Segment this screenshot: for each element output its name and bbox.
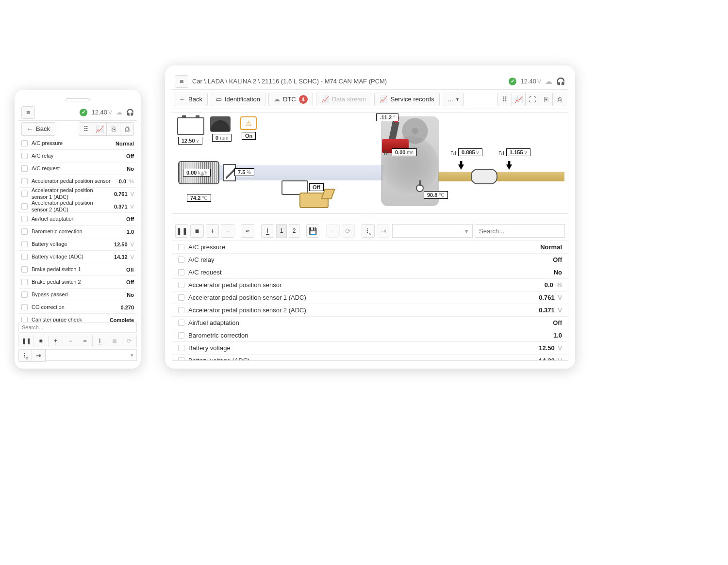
row-checkbox[interactable]	[21, 254, 28, 260]
save-button[interactable]: 💾	[306, 224, 319, 238]
param-row[interactable]: Accelerator pedal position sensor0.0 %	[18, 175, 137, 188]
param-row[interactable]: A/C relayOff	[172, 254, 568, 266]
tab-identification[interactable]: ▭ Identification	[211, 93, 265, 106]
param-row[interactable]: Air/fuel adaptationOff	[172, 317, 568, 329]
param-row[interactable]: A/C relayOff	[18, 150, 137, 162]
row-checkbox[interactable]	[21, 304, 28, 310]
param-row[interactable]: Canister purge checkComplete	[18, 314, 137, 322]
param-row[interactable]: CO correction0.270	[18, 301, 137, 314]
toend-button[interactable]: ⇥	[377, 224, 390, 238]
param-row[interactable]: Barometric correction1.0	[172, 329, 568, 342]
row-checkbox[interactable]	[21, 191, 28, 197]
tab-service-records[interactable]: 📈 Service records	[374, 93, 439, 106]
menu-button[interactable]: ≡	[175, 75, 188, 88]
grid-view-button[interactable]: ⠿	[79, 123, 93, 135]
refresh-button[interactable]: ⟳	[342, 224, 355, 238]
row-checkbox[interactable]	[21, 153, 28, 159]
param-row[interactable]: Bypass passedNo	[18, 289, 137, 301]
row-checkbox[interactable]	[21, 228, 28, 235]
param-dropdown[interactable]: ▾	[392, 224, 473, 238]
row-checkbox[interactable]	[178, 257, 184, 263]
row-checkbox[interactable]	[178, 357, 184, 360]
cloud-icon[interactable]: ☁	[116, 109, 122, 116]
grid-view-button[interactable]: ⠿	[498, 93, 512, 106]
param-row[interactable]: A/C pressureNormal	[172, 241, 568, 254]
chart-view-button[interactable]: 📈	[93, 123, 106, 135]
param-row[interactable]: A/C requestNo	[172, 266, 568, 279]
list-filter-button[interactable]: ≣	[107, 335, 122, 347]
row-checkbox[interactable]	[21, 241, 28, 247]
row-checkbox[interactable]	[21, 140, 28, 146]
back-button[interactable]: ← Back	[174, 93, 208, 106]
row-checkbox[interactable]	[178, 294, 184, 301]
fit-view-button[interactable]: ⛶	[525, 93, 539, 106]
remove-button[interactable]: −	[63, 335, 78, 347]
row-checkbox[interactable]	[178, 307, 184, 313]
param-row[interactable]: A/C requestNo	[18, 162, 137, 175]
param-row[interactable]: Air/fuel adaptationOff	[18, 213, 137, 226]
param-row[interactable]: Brake pedal switch 2Off	[18, 276, 137, 289]
row-checkbox[interactable]	[21, 178, 28, 184]
tab-data-stream[interactable]: 📈 Data stream	[316, 93, 372, 106]
phone-param-list[interactable]: A/C pressureNormalA/C relayOffA/C reques…	[18, 137, 137, 322]
param-row[interactable]: Accelerator pedal position sensor0.0 %	[172, 279, 568, 291]
row-checkbox[interactable]	[178, 269, 184, 275]
param-row[interactable]: A/C pressureNormal	[18, 137, 137, 150]
phone-search-input[interactable]	[18, 322, 137, 333]
split-handle[interactable]: ⋯⋯⋯	[172, 214, 568, 221]
param-row[interactable]: Brake pedal switch 1Off	[18, 263, 137, 276]
cloud-icon[interactable]: ☁	[545, 77, 552, 86]
refresh-button[interactable]: ⟳	[122, 335, 136, 347]
filter-button[interactable]: ⫶x	[362, 224, 375, 238]
param-row[interactable]: Barometric correction1.0	[18, 226, 137, 238]
toend-button[interactable]: ⇥	[32, 349, 46, 362]
list-filter-button[interactable]: ≣	[326, 224, 339, 238]
param-row[interactable]: Accelerator pedal position sensor 2 (ADC…	[172, 304, 568, 317]
remove-button[interactable]: −	[221, 224, 234, 238]
tab-more[interactable]: ... ▾	[443, 93, 464, 106]
row-checkbox[interactable]	[178, 282, 184, 288]
row-checkbox[interactable]	[21, 266, 28, 273]
export-button[interactable]: ⎘	[106, 123, 120, 135]
row-checkbox[interactable]	[178, 332, 184, 339]
param-row[interactable]: Accelerator pedal position sensor 1 (ADC…	[172, 291, 568, 304]
pause-button[interactable]: ❚❚	[175, 224, 188, 238]
phone-dropdown[interactable]: ▾	[46, 349, 137, 361]
add-button[interactable]: +	[49, 335, 63, 347]
chart-view-button[interactable]: 📈	[512, 93, 525, 106]
param-row[interactable]: Battery voltage12.50 V	[18, 238, 137, 251]
page-2-button[interactable]: 2	[289, 224, 299, 238]
wave-button[interactable]: ≈	[78, 335, 93, 347]
row-checkbox[interactable]	[21, 165, 28, 172]
support-icon[interactable]: 🎧	[556, 77, 565, 86]
back-button[interactable]: ← Back	[21, 122, 55, 136]
pause-button[interactable]: ❚❚	[19, 335, 33, 347]
export-button[interactable]: ⎘	[539, 93, 552, 106]
page-1-button[interactable]: 1	[276, 224, 287, 238]
text-cursor-button[interactable]: I̲	[93, 335, 107, 347]
row-checkbox[interactable]	[21, 216, 28, 222]
add-button[interactable]: +	[206, 224, 219, 238]
row-checkbox[interactable]	[178, 244, 184, 250]
row-checkbox[interactable]	[178, 320, 184, 326]
row-checkbox[interactable]	[21, 279, 28, 285]
menu-button[interactable]: ≡	[21, 106, 35, 119]
tablet-search-input[interactable]	[475, 224, 565, 238]
tablet-param-list[interactable]: A/C pressureNormalA/C relayOffA/C reques…	[172, 241, 568, 360]
row-checkbox[interactable]	[21, 291, 28, 298]
print-button[interactable]: ⎙	[552, 93, 566, 106]
param-row[interactable]: Battery voltage (ADC)14.32 V	[172, 355, 568, 360]
param-row[interactable]: Accelerator pedal position sensor 2 (ADC…	[18, 200, 137, 213]
stop-button[interactable]: ■	[33, 335, 48, 347]
param-row[interactable]: Battery voltage (ADC)14.32 V	[18, 251, 137, 263]
filter-button[interactable]: ⫶x	[18, 349, 32, 362]
row-checkbox[interactable]	[21, 203, 28, 210]
wave-button[interactable]: ≈	[241, 224, 254, 238]
row-checkbox[interactable]	[178, 345, 184, 351]
row-checkbox[interactable]	[21, 317, 28, 322]
text-cursor-button[interactable]: I̲	[261, 224, 274, 238]
param-row[interactable]: Accelerator pedal position sensor 1 (ADC…	[18, 188, 137, 200]
param-row[interactable]: Battery voltage12.50 V	[172, 342, 568, 355]
stop-button[interactable]: ■	[190, 224, 203, 238]
tab-dtc[interactable]: ☁ DTC 4	[268, 93, 313, 106]
